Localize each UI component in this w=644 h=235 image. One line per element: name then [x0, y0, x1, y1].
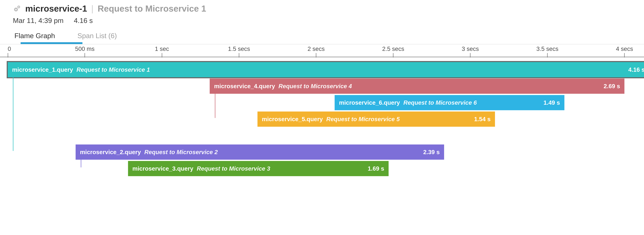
span-label: microservice_4.query Request to Microser…	[214, 83, 352, 90]
trace-duration: 4.16 s	[74, 16, 93, 24]
axis-tick-label: 1 sec	[155, 45, 169, 52]
tab-underline	[20, 42, 82, 44]
axis-tick-label: 2 secs	[308, 45, 325, 52]
span-label: microservice_1.query Request to Microser…	[12, 66, 150, 73]
span-operation: microservice_6.query	[339, 99, 400, 106]
axis-tick: 1.5 secs	[228, 45, 250, 58]
axis-tick: 2.5 secs	[382, 45, 404, 58]
axis-tick-mark	[624, 53, 625, 58]
trace-timestamp: Mar 11, 4:39 pm	[13, 16, 64, 24]
span-connector	[215, 92, 215, 118]
operation-name: Request to Microservice 1	[98, 4, 206, 13]
span-operation: microservice_4.query	[214, 83, 275, 90]
axis-tick-mark	[239, 53, 239, 58]
span-label: microservice_5.query Request to Microser…	[262, 116, 400, 122]
svg-point-1	[15, 9, 17, 10]
axis-tick-mark	[316, 53, 316, 58]
flame-graph[interactable]: microservice_1.query Request to Microser…	[0, 61, 644, 181]
span-description: Request to Microservice 6	[402, 99, 477, 106]
trace-header: microservice-1 | Request to Microservice…	[0, 0, 644, 24]
axis-tick-label: 0	[8, 45, 11, 52]
axis-tick-label: 2.5 secs	[382, 45, 404, 52]
span-operation: microservice_2.query	[80, 149, 141, 156]
span-duration: 1.49 s	[544, 99, 560, 106]
span-label: microservice_2.query Request to Microser…	[80, 148, 218, 156]
axis-tick: 4 secs	[616, 45, 633, 58]
span-bar[interactable]: microservice_3.query Request to Microser…	[128, 161, 388, 176]
span-bar[interactable]: microservice_2.query Request to Microser…	[76, 144, 444, 160]
title-separator: |	[91, 4, 94, 13]
axis-tick: 500 ms	[75, 45, 94, 58]
span-operation: microservice_5.query	[262, 116, 323, 122]
title-row: microservice-1 | Request to Microservice…	[13, 4, 644, 13]
axis-tick-mark	[84, 53, 85, 58]
axis-tick-mark	[393, 53, 393, 58]
axis-tick-label: 3.5 secs	[536, 45, 558, 52]
span-label: microservice_3.query Request to Microser…	[132, 165, 270, 172]
span-bar[interactable]: microservice_6.query Request to Microser…	[334, 95, 564, 110]
span-duration: 2.39 s	[423, 148, 440, 156]
span-label: microservice_6.query Request to Microser…	[339, 99, 477, 106]
axis-tick-label: 500 ms	[75, 45, 94, 52]
span-duration: 1.69 s	[368, 165, 384, 172]
tab-flame-graph[interactable]: Flame Graph	[13, 32, 56, 42]
span-operation: microservice_1.query	[12, 66, 73, 73]
span-connector	[81, 158, 81, 168]
trace-tabs: Flame Graph Span List (6)	[0, 32, 644, 42]
axis-tick-mark	[162, 53, 162, 58]
axis-tick: 0	[8, 45, 11, 58]
span-description: Request to Microservice 4	[277, 83, 352, 90]
span-duration: 2.69 s	[604, 83, 620, 90]
axis-tick-label: 4 secs	[616, 45, 633, 52]
span-connector	[13, 76, 14, 151]
tab-span-list[interactable]: Span List (6)	[76, 32, 118, 42]
span-bar[interactable]: microservice_5.query Request to Microser…	[258, 112, 495, 127]
span-description: Request to Microservice 1	[75, 66, 150, 73]
tabs-rule	[0, 44, 644, 44]
axis-tick: 2 secs	[308, 45, 325, 58]
span-duration: 4.16 s	[628, 66, 644, 73]
time-axis: 0500 ms1 sec1.5 secs2 secs2.5 secs3 secs…	[0, 45, 644, 61]
span-bar[interactable]: microservice_1.query Request to Microser…	[8, 62, 644, 77]
axis-tick-label: 1.5 secs	[228, 45, 250, 52]
axis-tick-mark	[547, 53, 548, 58]
axis-tick-label: 3 secs	[462, 45, 479, 52]
span-duration: 1.54 s	[474, 116, 490, 122]
svg-point-3	[18, 6, 19, 8]
axis-tick: 1 sec	[155, 45, 169, 58]
span-description: Request to Microservice 5	[324, 116, 400, 122]
axis-tick-mark	[470, 53, 470, 58]
span-description: Request to Microservice 2	[143, 149, 218, 156]
gear-icon	[13, 4, 21, 12]
service-name: microservice-1	[25, 4, 87, 13]
meta-row: Mar 11, 4:39 pm 4.16 s	[13, 16, 644, 24]
span-operation: microservice_3.query	[132, 165, 193, 172]
span-bar[interactable]: microservice_4.query Request to Microser…	[210, 78, 624, 94]
axis-tick-mark	[8, 53, 8, 58]
span-description: Request to Microservice 3	[195, 165, 270, 172]
axis-tick: 3 secs	[462, 45, 479, 58]
axis-tick: 3.5 secs	[536, 45, 558, 58]
